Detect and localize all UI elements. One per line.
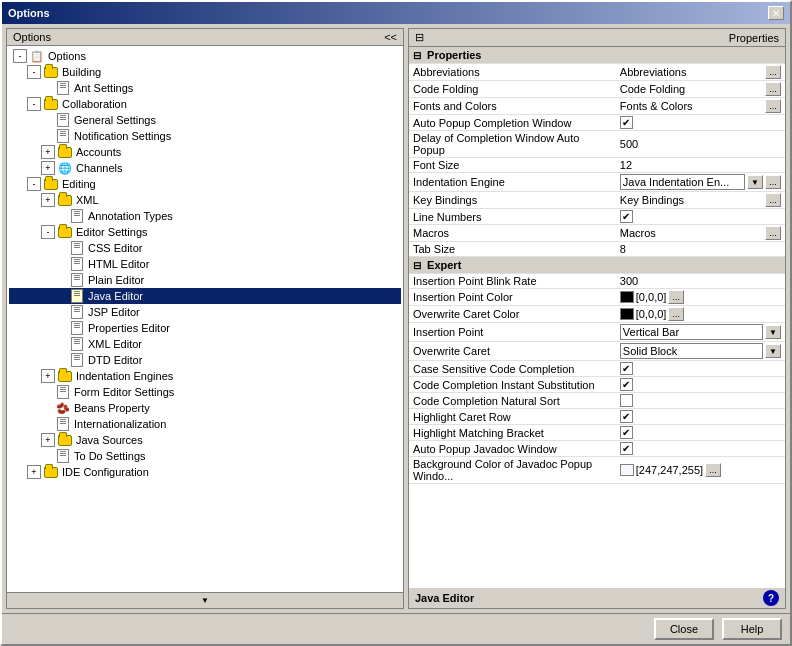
tree-item-xml-editor[interactable]: XML Editor	[9, 336, 401, 352]
options-icon: 📋	[29, 49, 45, 63]
natural-sort-checkbox[interactable]	[620, 394, 633, 407]
expand-indentation-engines[interactable]: +	[41, 369, 55, 383]
tree-item-css-editor[interactable]: CSS Editor	[9, 240, 401, 256]
expand-editing[interactable]: -	[27, 177, 41, 191]
indentation-engine-dots[interactable]: ...	[765, 175, 781, 189]
key-insertion-point-type: Insertion Point	[409, 323, 616, 342]
insertion-point-field[interactable]: Vertical Bar	[620, 324, 763, 340]
tree-item-html-editor[interactable]: HTML Editor	[9, 256, 401, 272]
expand-editor-settings[interactable]: -	[41, 225, 55, 239]
overwrite-caret-field[interactable]: Solid Block	[620, 343, 763, 359]
row-insertion-point-type: Insertion Point Vertical Bar ▼	[409, 323, 785, 342]
key-indentation-engine: Indentation Engine	[409, 173, 616, 192]
row-case-sensitive: Case Sensitive Code Completion ✔	[409, 361, 785, 377]
tree-item-annotation-types[interactable]: Annotation Types	[9, 208, 401, 224]
expand-options[interactable]: -	[13, 49, 27, 63]
tree-item-plain-editor[interactable]: Plain Editor	[9, 272, 401, 288]
tree-item-jsp-editor[interactable]: JSP Editor	[9, 304, 401, 320]
tree-item-java-editor[interactable]: Java Editor	[9, 288, 401, 304]
tree-item-collaboration[interactable]: - Collaboration	[9, 96, 401, 112]
tree-label-jsp-editor: JSP Editor	[88, 306, 140, 318]
insertion-point-color-dots[interactable]: ...	[668, 290, 684, 304]
tree-item-ant-settings[interactable]: Ant Settings	[9, 80, 401, 96]
tree-label-plain-editor: Plain Editor	[88, 274, 144, 286]
case-sensitive-checkbox[interactable]: ✔	[620, 362, 633, 375]
highlight-matching-bracket-checkbox[interactable]: ✔	[620, 426, 633, 439]
tree-label-xml-editor: XML Editor	[88, 338, 142, 350]
code-folding-dots-btn[interactable]: ...	[765, 82, 781, 96]
auto-popup-checkbox[interactable]: ✔	[620, 116, 633, 129]
expand-accounts[interactable]: +	[41, 145, 55, 159]
help-icon[interactable]: ?	[763, 590, 779, 606]
tree-item-notification-settings[interactable]: Notification Settings	[9, 128, 401, 144]
close-button[interactable]: Close	[654, 618, 714, 640]
tree-label-todo-settings: To Do Settings	[74, 450, 146, 462]
collaboration-folder-icon	[43, 97, 59, 111]
collapse-button[interactable]: <<	[384, 31, 397, 43]
tree-item-beans-property[interactable]: 🫘 Beans Property	[9, 400, 401, 416]
notification-settings-icon	[55, 129, 71, 143]
editing-folder-icon	[43, 177, 59, 191]
tree-item-general-settings[interactable]: General Settings	[9, 112, 401, 128]
tree-item-options[interactable]: - 📋 Options	[9, 48, 401, 64]
indentation-engine-field[interactable]: Java Indentation En...	[620, 174, 745, 190]
expand-channels[interactable]: +	[41, 161, 55, 175]
titlebar: Options ✕	[2, 2, 790, 24]
expand-collaboration[interactable]: -	[27, 97, 41, 111]
tree-item-accounts[interactable]: + Accounts	[9, 144, 401, 160]
instant-substitution-checkbox[interactable]: ✔	[620, 378, 633, 391]
row-highlight-matching-bracket: Highlight Matching Bracket ✔	[409, 425, 785, 441]
key-tab-size: Tab Size	[409, 242, 616, 257]
insertion-point-color-swatch	[620, 291, 634, 303]
macros-dots-btn[interactable]: ...	[765, 226, 781, 240]
expand-xml[interactable]: +	[41, 193, 55, 207]
tree-item-indentation-engines[interactable]: + Indentation Engines	[9, 368, 401, 384]
highlight-caret-row-checkbox[interactable]: ✔	[620, 410, 633, 423]
row-natural-sort: Code Completion Natural Sort	[409, 393, 785, 409]
key-instant-substitution: Code Completion Instant Substitution	[409, 377, 616, 393]
beans-property-icon: 🫘	[55, 401, 71, 415]
key-bindings-dots-btn[interactable]: ...	[765, 193, 781, 207]
tree-label-options: Options	[48, 50, 86, 62]
properties-table: ⊟ Properties Abbreviations Abbreviations…	[409, 47, 785, 484]
scroll-down-arrow[interactable]: ▼	[201, 596, 209, 605]
indentation-engines-folder-icon	[57, 369, 73, 383]
key-macros: Macros	[409, 225, 616, 242]
tree-item-channels[interactable]: + 🌐 Channels	[9, 160, 401, 176]
tree-item-xml[interactable]: + XML	[9, 192, 401, 208]
fonts-colors-dots-btn[interactable]: ...	[765, 99, 781, 113]
close-icon[interactable]: ✕	[768, 6, 784, 20]
tree-label-building: Building	[62, 66, 101, 78]
expand-building[interactable]: -	[27, 65, 41, 79]
tree-item-editor-settings[interactable]: - Editor Settings	[9, 224, 401, 240]
indentation-engine-dropdown[interactable]: ▼	[747, 175, 763, 189]
tree-item-editing[interactable]: - Editing	[9, 176, 401, 192]
html-editor-icon	[69, 257, 85, 271]
tree-label-notification-settings: Notification Settings	[74, 130, 171, 142]
building-folder-icon	[43, 65, 59, 79]
overwrite-caret-color-dots[interactable]: ...	[668, 307, 684, 321]
auto-popup-javadoc-checkbox[interactable]: ✔	[620, 442, 633, 455]
tree-label-properties-editor: Properties Editor	[88, 322, 170, 334]
key-case-sensitive: Case Sensitive Code Completion	[409, 361, 616, 377]
row-instant-substitution: Code Completion Instant Substitution ✔	[409, 377, 785, 393]
tree-item-todo-settings[interactable]: To Do Settings	[9, 448, 401, 464]
key-line-numbers: Line Numbers	[409, 209, 616, 225]
tree-label-ide-configuration: IDE Configuration	[62, 466, 149, 478]
tree-item-internationalization[interactable]: Internationalization	[9, 416, 401, 432]
line-numbers-checkbox[interactable]: ✔	[620, 210, 633, 223]
tree-item-dtd-editor[interactable]: DTD Editor	[9, 352, 401, 368]
tree-item-properties-editor[interactable]: Properties Editor	[9, 320, 401, 336]
tree-item-form-editor-settings[interactable]: Form Editor Settings	[9, 384, 401, 400]
tree-item-ide-configuration[interactable]: + IDE Configuration	[9, 464, 401, 480]
help-button[interactable]: Help	[722, 618, 782, 640]
overwrite-caret-dropdown[interactable]: ▼	[765, 344, 781, 358]
tree-item-java-sources[interactable]: + Java Sources	[9, 432, 401, 448]
tree-item-building[interactable]: - Building	[9, 64, 401, 80]
background-color-dots[interactable]: ...	[705, 463, 721, 477]
expand-ide-configuration[interactable]: +	[27, 465, 41, 479]
tree-label-html-editor: HTML Editor	[88, 258, 149, 270]
expand-java-sources[interactable]: +	[41, 433, 55, 447]
insertion-point-dropdown[interactable]: ▼	[765, 325, 781, 339]
abbreviations-dots-btn[interactable]: ...	[765, 65, 781, 79]
